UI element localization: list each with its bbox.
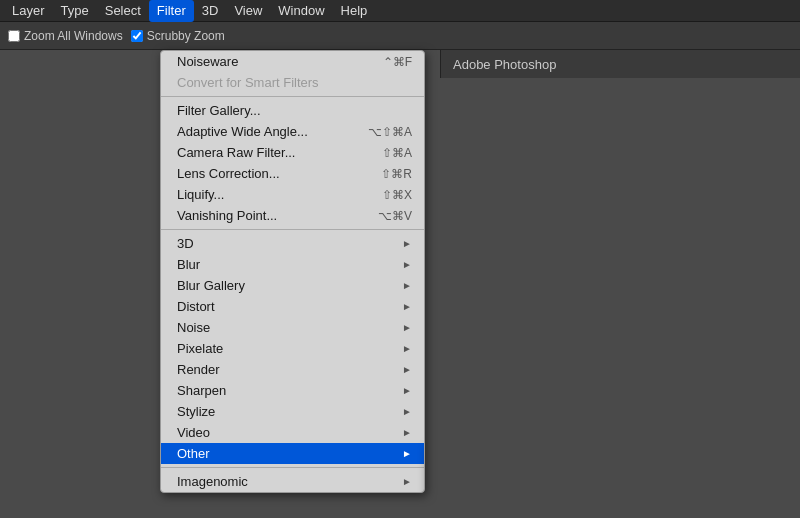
zoom-all-windows-label[interactable]: Zoom All Windows: [8, 29, 123, 43]
menu-item-adaptive-wide[interactable]: Adaptive Wide Angle... ⌥⇧⌘A: [161, 121, 424, 142]
separator-3: [161, 467, 424, 468]
menu-item-3d[interactable]: 3D ►: [161, 233, 424, 254]
menu-item-other[interactable]: Other ►: [161, 443, 424, 464]
panel-title: Adobe Photoshop: [440, 50, 800, 78]
menu-item-stylize[interactable]: Stylize ►: [161, 401, 424, 422]
menu-window[interactable]: Window: [270, 0, 332, 22]
menu-item-blur[interactable]: Blur ►: [161, 254, 424, 275]
filter-dropdown: Noiseware ⌃⌘F Convert for Smart Filters …: [160, 50, 425, 493]
menu-item-distort[interactable]: Distort ►: [161, 296, 424, 317]
menu-item-render[interactable]: Render ►: [161, 359, 424, 380]
menu-filter[interactable]: Filter: [149, 0, 194, 22]
separator-2: [161, 229, 424, 230]
menu-item-vanishing-point[interactable]: Vanishing Point... ⌥⌘V: [161, 205, 424, 226]
filter-menu-container: Noiseware ⌃⌘F Convert for Smart Filters …: [160, 50, 425, 493]
menu-item-noiseware[interactable]: Noiseware ⌃⌘F: [161, 51, 424, 72]
menu-item-lens-correction[interactable]: Lens Correction... ⇧⌘R: [161, 163, 424, 184]
zoom-all-windows-checkbox[interactable]: [8, 30, 20, 42]
menu-item-video[interactable]: Video ►: [161, 422, 424, 443]
menu-item-liquify[interactable]: Liquify... ⇧⌘X: [161, 184, 424, 205]
menu-item-noise[interactable]: Noise ►: [161, 317, 424, 338]
menu-select[interactable]: Select: [97, 0, 149, 22]
menu-item-imagenomic[interactable]: Imagenomic ►: [161, 471, 424, 492]
menu-item-convert-smart[interactable]: Convert for Smart Filters: [161, 72, 424, 93]
scrubby-zoom-label[interactable]: Scrubby Zoom: [131, 29, 225, 43]
menu-item-filter-gallery[interactable]: Filter Gallery...: [161, 100, 424, 121]
main-content: Adobe Photoshop Noiseware ⌃⌘F Convert fo…: [0, 50, 800, 518]
options-bar: Zoom All Windows Scrubby Zoom: [0, 22, 800, 50]
menu-item-blur-gallery[interactable]: Blur Gallery ►: [161, 275, 424, 296]
menu-view[interactable]: View: [226, 0, 270, 22]
other-submenu-wrapper: Other ► Custom... High Pass... HSB/HSL: [161, 443, 424, 464]
menubar: Layer Type Select Filter 3D View Window …: [0, 0, 800, 22]
menu-item-camera-raw[interactable]: Camera Raw Filter... ⇧⌘A: [161, 142, 424, 163]
menu-layer[interactable]: Layer: [4, 0, 53, 22]
menu-3d[interactable]: 3D: [194, 0, 227, 22]
menu-help[interactable]: Help: [333, 0, 376, 22]
separator-1: [161, 96, 424, 97]
scrubby-zoom-checkbox[interactable]: [131, 30, 143, 42]
menu-item-sharpen[interactable]: Sharpen ►: [161, 380, 424, 401]
menu-type[interactable]: Type: [53, 0, 97, 22]
menu-item-pixelate[interactable]: Pixelate ►: [161, 338, 424, 359]
